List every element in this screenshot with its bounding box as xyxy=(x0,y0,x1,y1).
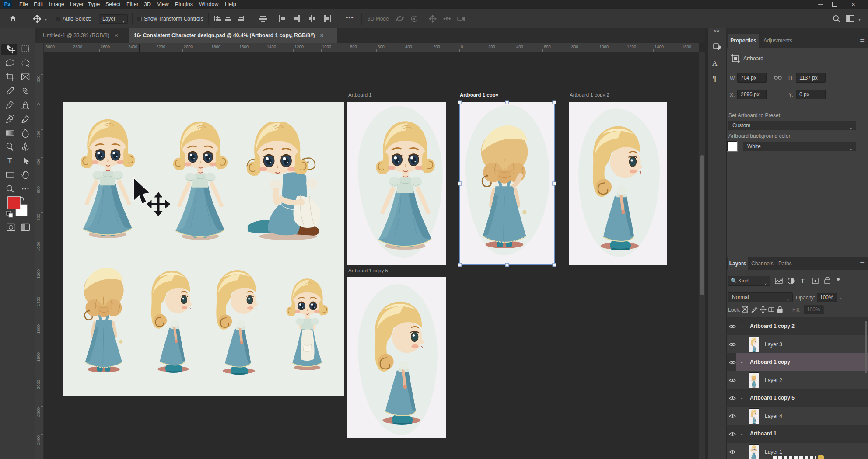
svg-text:T: T xyxy=(801,277,805,285)
svg-text:T: T xyxy=(7,156,12,165)
